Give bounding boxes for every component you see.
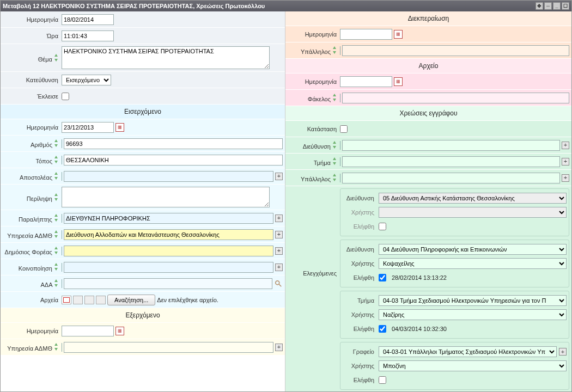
dir-input[interactable] <box>342 140 560 151</box>
sort-icon[interactable] <box>332 174 337 181</box>
time-input[interactable] <box>62 30 114 41</box>
sort-icon[interactable] <box>54 172 58 180</box>
sort-icon[interactable] <box>54 343 58 351</box>
calendar-icon[interactable]: ▦ <box>394 77 403 86</box>
add-icon[interactable]: + <box>275 264 283 271</box>
block-received-checkbox[interactable] <box>379 274 386 281</box>
block-user-label: Χρήστης <box>343 363 376 369</box>
sort-icon[interactable] <box>332 141 337 149</box>
topic-textarea[interactable]: ΗΛΕΚΤΡΟΝΙΚΟ ΣΥΣΤΗΜΑ ΣΕΙΡΑΣ ΠΡΟΤΕΡΑΙΟΤΗΤΑ… <box>62 46 270 69</box>
closed-checkbox[interactable] <box>62 93 69 100</box>
topic-label: Θέμα <box>38 56 52 63</box>
file-thumb-icon[interactable] <box>84 296 94 304</box>
public-input[interactable] <box>64 246 273 256</box>
checked-block: Διεύθυνση04 Διεύθυνση Πληροφορικής και Ε… <box>340 240 569 287</box>
block-user-select[interactable]: Μποζίνη <box>379 360 567 371</box>
block-key-select[interactable]: 05 Διεύθυνση Αστικής Κατάστασης Θεσσαλον… <box>379 193 567 204</box>
file-thumb-icon[interactable] <box>73 296 83 304</box>
arch-date-input[interactable] <box>340 76 392 87</box>
proc-date-input[interactable] <box>340 29 392 40</box>
restore-icon[interactable]: ↔ <box>544 2 552 10</box>
pdf-icon[interactable] <box>62 296 71 304</box>
sort-icon[interactable] <box>54 230 58 238</box>
add-icon[interactable]: + <box>275 215 283 222</box>
in-date-input[interactable] <box>62 122 114 133</box>
block-key-select[interactable]: 04 Διεύθυνση Πληροφορικής και Επικοινωνι… <box>379 244 567 255</box>
add-icon[interactable]: + <box>562 174 569 182</box>
svg-point-0 <box>276 280 279 284</box>
recipient-label-wrap: Παραλήπτης <box>3 214 62 223</box>
add-icon[interactable]: + <box>559 348 567 356</box>
sort-icon[interactable] <box>332 46 337 54</box>
block-user-label: Χρήστης <box>343 260 376 267</box>
calendar-icon[interactable]: ▦ <box>394 30 403 39</box>
date-input[interactable] <box>62 14 114 25</box>
add-icon[interactable]: + <box>275 173 283 180</box>
block-received-checkbox[interactable] <box>379 223 386 230</box>
block-key-select[interactable]: 04-03-01 Υπάλληλοι Τμήματος Σχεδιασμού Η… <box>379 346 557 357</box>
add-icon[interactable]: + <box>275 247 283 255</box>
block-received-checkbox[interactable] <box>379 376 386 384</box>
admth-input[interactable] <box>64 229 273 240</box>
block-user-select[interactable]: Ναζίρης <box>379 309 567 320</box>
minimize-icon[interactable]: _ <box>553 2 561 10</box>
sort-icon[interactable] <box>54 279 58 287</box>
out-date-input[interactable] <box>62 326 114 336</box>
block-received-checkbox[interactable] <box>379 325 386 333</box>
row-dept: Τμήμα + <box>285 154 571 170</box>
summary-textarea[interactable] <box>62 187 270 207</box>
row-admth: Υπηρεσία ΑΔΜΘ + <box>1 226 285 243</box>
block-key-label: Τμήμα <box>343 297 376 304</box>
sort-icon[interactable] <box>54 156 58 163</box>
sort-icon[interactable] <box>54 193 58 201</box>
block-user-select[interactable]: Κοψαχείλης <box>379 258 567 269</box>
block-received-label: Ελήφθη <box>343 274 376 281</box>
outgoing-header: Εξερχόμενο <box>1 308 285 323</box>
row-out-admth: Υπηρεσία ΑΔΜΘ + <box>1 339 285 356</box>
file-thumb-icon[interactable] <box>96 296 106 304</box>
add-icon[interactable]: + <box>275 344 283 351</box>
sort-icon[interactable] <box>54 214 58 222</box>
add-icon[interactable]: + <box>562 142 569 149</box>
topic-label-wrap: Θέμα <box>3 46 62 63</box>
titlebar-buttons: ✥ ↔ _ ☐ <box>536 2 569 10</box>
block-key-select[interactable]: 04-03 Τμήμα Σχεδιασμού Ηλεκτρονικών Υπηρ… <box>379 295 567 306</box>
in-num-input[interactable] <box>64 138 283 149</box>
cc-label: Κοινοποίηση <box>19 265 52 272</box>
move-icon[interactable]: ✥ <box>536 2 543 10</box>
file-browse-button[interactable]: Αναζήτηση... <box>107 295 155 305</box>
status-checkbox[interactable] <box>340 125 348 133</box>
search-icon[interactable] <box>274 279 283 288</box>
block-user-select[interactable] <box>379 207 567 218</box>
window: Μεταβολή 12 ΗΛΕΚΤΡΟΝΙΚΟ ΣΥΣΤΗΜΑ ΣΕΙΡΑΣ Π… <box>0 0 572 392</box>
close-icon[interactable]: ☐ <box>562 2 569 10</box>
add-icon[interactable]: + <box>562 158 569 166</box>
cc-input[interactable] <box>64 262 273 273</box>
row-date: Ημερομηνία <box>1 11 285 28</box>
sort-icon[interactable] <box>54 54 58 62</box>
add-icon[interactable]: + <box>275 231 283 238</box>
proc-emp-input[interactable] <box>342 45 569 56</box>
sort-icon[interactable] <box>332 94 337 101</box>
block-user-label: Χρήστης <box>343 311 376 318</box>
out-admth-input[interactable] <box>64 342 273 353</box>
sender-input[interactable] <box>64 171 273 182</box>
dept-input[interactable] <box>342 156 560 167</box>
processing-header: Διεκπεραίωση <box>285 11 571 26</box>
sort-icon[interactable] <box>54 247 58 254</box>
out-admth-label-wrap: Υπηρεσία ΑΔΜΘ <box>3 343 62 352</box>
calendar-icon[interactable]: ▦ <box>115 123 124 132</box>
in-place-input[interactable] <box>64 155 283 166</box>
emp-input[interactable] <box>342 173 560 183</box>
arch-folder-input[interactable] <box>342 93 569 103</box>
recipient-input[interactable] <box>64 213 273 224</box>
sort-icon[interactable] <box>332 157 337 165</box>
sort-icon[interactable] <box>54 263 58 271</box>
calendar-icon[interactable]: ▦ <box>115 327 124 335</box>
direction-select[interactable]: Εισερχόμενο <box>62 75 111 85</box>
proc-date-label: Ημερομηνία <box>288 31 340 38</box>
ada-input[interactable] <box>64 278 272 289</box>
divider <box>62 247 62 255</box>
checked-label: Ελεγχόμενες <box>288 188 340 277</box>
sort-icon[interactable] <box>54 139 58 147</box>
